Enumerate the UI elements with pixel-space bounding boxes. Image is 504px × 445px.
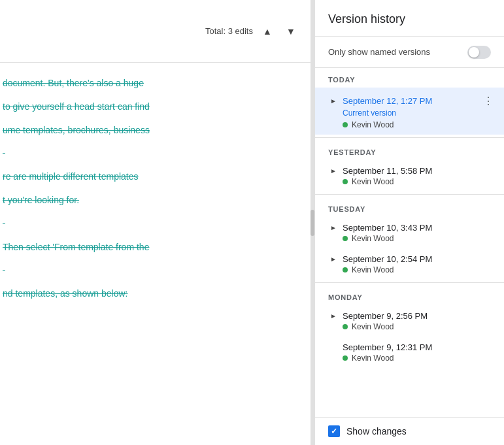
author-name-v4: Kevin Wood <box>352 265 394 274</box>
version-author-row-v5: Kevin Wood <box>343 322 496 331</box>
version-item-v2[interactable]: ► September 11, 5:58 PM Kevin Wood <box>315 160 504 191</box>
section-divider-3 <box>315 282 504 283</box>
author-dot-v2 <box>343 179 348 184</box>
author-dot-v5 <box>343 324 348 329</box>
version-item-row-v5: ► September 9, 2:56 PM <box>328 310 496 321</box>
day-section-yesterday: YESTERDAY ► September 11, 5:58 PM Kevin … <box>315 140 504 191</box>
current-version-label: Current version <box>343 108 496 118</box>
panel-divider <box>311 0 314 445</box>
author-name-v1: Kevin Wood <box>352 120 394 129</box>
show-changes-checkbox[interactable] <box>328 425 340 437</box>
doc-para-2: to give yourself a head start can find <box>0 99 311 115</box>
doc-para-3: ume templates, brochures, business <box>0 123 311 139</box>
version-date-v5: September 9, 2:56 PM <box>343 311 428 321</box>
author-name-v5: Kevin Wood <box>352 322 394 331</box>
nav-up-button[interactable]: ▲ <box>258 22 277 41</box>
version-author-row-v3: Kevin Wood <box>343 234 496 243</box>
version-item-left-v6: ► September 9, 12:31 PM <box>328 342 432 352</box>
author-name-v2: Kevin Wood <box>352 177 394 186</box>
version-author-row-v4: Kevin Wood <box>343 265 496 274</box>
version-date-v3: September 10, 3:43 PM <box>343 223 432 233</box>
section-divider-2 <box>315 194 504 195</box>
doc-para-5: re are multiple different templates <box>0 169 311 185</box>
version-item-v5[interactable]: ► September 9, 2:56 PM Kevin Wood <box>315 305 504 337</box>
doc-para-7 <box>0 216 311 232</box>
expand-arrow-v1[interactable]: ► <box>328 95 339 106</box>
version-history-panel: Version history Only show named versions… <box>314 0 504 445</box>
version-footer: Show changes <box>315 417 504 445</box>
doc-para-4 <box>0 146 311 161</box>
doc-para-1: document. But, there's also a huge <box>0 76 311 91</box>
doc-para-8: Then select 'From template from the <box>0 240 311 255</box>
doc-para-10: nd templates, as shown below: <box>0 286 311 302</box>
author-dot-v6 <box>343 355 348 361</box>
version-item-v3[interactable]: ► September 10, 3:43 PM Kevin Wood <box>315 217 504 248</box>
expand-arrow-v2[interactable]: ► <box>328 165 339 176</box>
expand-arrow-v5[interactable]: ► <box>328 310 339 321</box>
day-label-monday: MONDAY <box>315 286 504 305</box>
expand-arrow-v4[interactable]: ► <box>328 254 339 264</box>
named-versions-row: Only show named versions <box>315 37 504 68</box>
doc-para-9 <box>0 263 311 278</box>
version-date-v2: September 11, 5:58 PM <box>343 166 432 176</box>
author-name-v6: Kevin Wood <box>352 354 394 363</box>
version-item-left-v4: ► September 10, 2:54 PM <box>328 254 432 264</box>
version-item-v6[interactable]: ► September 9, 12:31 PM Kevin Wood <box>315 337 504 368</box>
more-options-button-v1[interactable]: ⋮ <box>480 93 496 108</box>
version-date-v4: September 10, 2:54 PM <box>343 254 432 264</box>
version-item-row-v2: ► September 11, 5:58 PM <box>328 165 496 176</box>
version-list: TODAY ► September 12, 1:27 PM ⋮ Current … <box>315 68 504 417</box>
day-section-monday: MONDAY ► September 9, 2:56 PM Kevin Wood… <box>315 286 504 368</box>
divider-handle <box>311 210 314 236</box>
day-section-tuesday: TUESDAY ► September 10, 3:43 PM Kevin Wo… <box>315 197 504 280</box>
day-label-yesterday: YESTERDAY <box>315 140 504 160</box>
version-item-left-v3: ► September 10, 3:43 PM <box>328 222 432 233</box>
version-panel-title: Version history <box>328 12 405 26</box>
expand-arrow-v3[interactable]: ► <box>328 222 339 233</box>
toolbar: Total: 3 edits ▲ ▼ <box>0 0 311 63</box>
document-content: document. But, there's also a huge to gi… <box>0 63 311 323</box>
version-author-row-v6: Kevin Wood <box>343 354 496 363</box>
version-item-v4[interactable]: ► September 10, 2:54 PM Kevin Wood <box>315 248 504 280</box>
author-dot-v4 <box>343 267 348 272</box>
named-versions-label: Only show named versions <box>328 47 430 57</box>
version-author-row-v1: Kevin Wood <box>343 120 496 129</box>
version-item-row-v1: ► September 12, 1:27 PM ⋮ <box>328 93 496 108</box>
day-label-tuesday: TUESDAY <box>315 197 504 217</box>
version-author-row-v2: Kevin Wood <box>343 177 496 186</box>
author-dot-v3 <box>343 236 348 241</box>
document-area: Total: 3 edits ▲ ▼ document. But, there'… <box>0 0 311 445</box>
version-item-left-v5: ► September 9, 2:56 PM <box>328 310 428 321</box>
version-item-row-v3: ► September 10, 3:43 PM <box>328 222 496 233</box>
total-edits-label: Total: 3 edits <box>205 26 253 36</box>
version-date-v1: September 12, 1:27 PM <box>343 96 432 106</box>
version-item-row-v6: ► September 9, 12:31 PM <box>328 342 496 352</box>
nav-down-button[interactable]: ▼ <box>282 22 300 41</box>
toggle-knob <box>469 47 479 58</box>
version-item-row-v4: ► September 10, 2:54 PM <box>328 254 496 264</box>
version-item-left-v1: ► September 12, 1:27 PM <box>328 95 432 106</box>
show-changes-label: Show changes <box>346 426 407 437</box>
version-item-v1[interactable]: ► September 12, 1:27 PM ⋮ Current versio… <box>315 88 504 135</box>
day-label-today: TODAY <box>315 68 504 88</box>
author-name-v3: Kevin Wood <box>352 234 394 243</box>
version-date-v6: September 9, 12:31 PM <box>343 342 432 352</box>
section-divider-1 <box>315 137 504 138</box>
author-dot-v1 <box>343 122 348 127</box>
named-versions-toggle[interactable] <box>467 46 491 59</box>
version-panel-header: Version history <box>315 0 504 37</box>
version-item-left-v2: ► September 11, 5:58 PM <box>328 165 432 176</box>
doc-para-6: t you're looking for. <box>0 193 311 208</box>
day-section-today: TODAY ► September 12, 1:27 PM ⋮ Current … <box>315 68 504 135</box>
